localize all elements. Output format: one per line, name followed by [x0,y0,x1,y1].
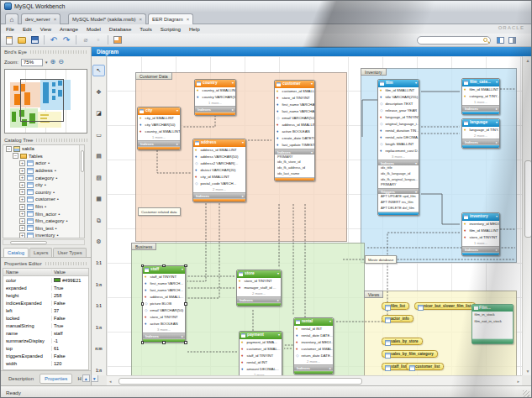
view-nicer_but_slower_film_list[interactable]: nicer_but_slower_film_list [414,302,476,310]
tree-vertical-scrollbar[interactable] [79,145,84,238]
column-description[interactable]: ◇description TEXT [378,101,419,107]
column-postal_code[interactable]: ◇postal_code VARCH... [193,181,245,187]
tree-item-table-country[interactable]: +country• [3,189,84,196]
view-tool[interactable]: ⧉ [92,215,105,227]
property-row-triggersExpanded[interactable]: triggersExpandedFalse [3,352,88,359]
section-arrow-icon[interactable]: ▸ [496,247,498,253]
section-arrow-icon[interactable]: ▸ [496,106,498,112]
undo-button[interactable]: ↶ [49,35,59,45]
table-header[interactable]: payment▾ [240,332,282,339]
column-return_date[interactable]: ◇return_date DATE... [294,353,333,359]
table-header[interactable]: city▾ [138,107,180,115]
menu-view[interactable]: View [40,26,51,32]
column-last_name[interactable]: ♦last_name VARCH... [143,287,185,294]
collapse-arrow-icon[interactable]: ▾ [182,266,183,274]
tree-item-table-inventory[interactable]: +inventory• [3,232,84,238]
table-header[interactable]: inventory▾ [462,213,499,221]
column-address2[interactable]: ◇address2 VARCHAR(... [193,160,245,167]
column-original_language_i...[interactable]: ◇original_language_i... [378,121,419,128]
selection-handle[interactable] [184,264,187,267]
collapse-arrow-icon[interactable]: ▾ [278,332,280,339]
column-language_id[interactable]: ♦language_id TINY... [462,127,499,134]
section-item[interactable]: idx_fk_address_id [275,165,314,171]
table-header[interactable]: customer▾ [275,81,314,88]
column-country[interactable]: ♦country VARCHAR(50) [195,94,235,101]
hand-tool[interactable]: ✥ [92,86,105,98]
history-up-button[interactable]: ▲ [82,374,90,382]
search-input[interactable] [417,36,491,45]
column-customer_id[interactable]: ♦customer_id SMAL... [294,346,333,353]
column-active[interactable]: ♦active BOOLEAN [275,128,314,135]
tree-scrollbar-thumb[interactable] [10,241,47,245]
column-rental_duration[interactable]: ♦rental_duration TIN... [378,128,419,134]
column-amount[interactable]: ♦amount DECIMAL... [240,366,282,373]
collapse-arrow-icon[interactable]: ▾ [415,80,417,87]
menu-tools[interactable]: Tools [140,26,151,32]
table-inventory[interactable]: inventory▾♦inventory_id MEDI...♦film_id … [461,212,500,256]
collapse-arrow-icon[interactable]: ▾ [176,107,178,115]
column-replacement_cost[interactable]: ♦replacement_cost D... [378,148,419,154]
tree-expander-icon[interactable]: − [6,146,12,152]
column-language_id[interactable]: ♦language_id TINYINT [378,114,419,121]
selection-handle[interactable] [141,302,144,305]
table-language[interactable]: language▾♦language_id TINY...2 more...In… [461,118,500,149]
view-film_list[interactable]: film_list [382,302,409,310]
menu-file[interactable]: File [6,26,14,32]
column-country_id[interactable]: ♦country_id SMALLINT [195,87,235,94]
collapse-arrow-icon[interactable]: ▾ [496,213,498,221]
resize-grip[interactable] [523,390,529,397]
table-header[interactable]: rental▾ [294,318,333,326]
tree-expander-icon[interactable]: + [19,225,25,231]
birds-eye-minimap[interactable] [4,69,87,134]
grid-toggle-button[interactable]: ▫ [93,35,103,45]
section-item[interactable]: AFT UPDATE upd_film [378,194,419,200]
column-address_id[interactable]: ♦address_id SMALL... [143,294,185,301]
property-row-name[interactable]: namestaff [3,329,88,337]
diagram-canvas[interactable]: Customer DataInventoryBusinessViews [107,56,522,375]
section-indexes[interactable]: Indexes▾ [275,149,314,154]
table-store[interactable]: store▾♦store_id TINYINT♦manager_staff_id… [236,270,282,306]
column-store_id[interactable]: ♦store_id TINYINT [462,234,499,241]
menu-database[interactable]: Database [109,26,132,32]
column-film_id[interactable]: ♦film_id SMALLINT [462,86,499,93]
tree-expander-icon[interactable]: + [19,211,25,217]
tree-item-table-actor[interactable]: +actor• [3,160,84,167]
section-arrow-icon[interactable]: ▾ [415,160,417,166]
rel-1-n-identifying-tool[interactable]: 1:n [92,322,105,333]
section-indexes[interactable]: Indexes▸ [462,139,499,144]
column-first_name[interactable]: ♦first_name VARCH... [143,280,185,287]
column-customer_id[interactable]: ♦customer_id SMAL... [240,346,282,353]
tree-expander-icon[interactable]: + [19,218,25,224]
rel-1-1-non-identifying-tool[interactable]: 1:1 [92,258,105,270]
column-city[interactable]: ♦city VARCHAR(50) [138,122,180,128]
rel-1-n-existing-tool[interactable]: 1:n [92,364,105,375]
collapse-arrow-icon[interactable]: ▾ [232,80,234,87]
diagram-scrollbar-thumb[interactable] [524,160,532,238]
tree-scrollbar-thumb[interactable] [81,150,84,172]
section-item[interactable]: idx_last_name [275,171,314,177]
zoom-value-input[interactable]: 75% [21,59,43,66]
column-active[interactable]: ♦active BOOLEAN [143,321,185,327]
routine-film_in_stock[interactable]: film_in_stock [472,312,513,318]
diagram-scrollbar-thumb[interactable] [119,378,362,385]
tab-eer-diagram[interactable]: EER Diagram× [148,13,193,24]
tree-item-table-film[interactable]: +film• [3,203,84,211]
tree-expander-icon[interactable]: + [19,196,25,202]
tree-item-table-category[interactable]: +category• [3,174,84,181]
column-title[interactable]: ♦title VARCHAR(255) [378,94,419,101]
column-district[interactable]: ♦district VARCHAR(20) [193,167,245,174]
selection-handle[interactable] [141,341,144,343]
section-arrow-icon[interactable]: ▸ [277,297,279,303]
close-icon[interactable]: × [187,17,190,22]
routine-film_not_in_stock[interactable]: film_not_in_stock [472,318,513,325]
collapse-arrow-icon[interactable]: ▾ [496,79,498,86]
history-down-button[interactable]: ▼ [91,374,98,382]
tree-expander-icon[interactable]: + [19,204,25,210]
section-arrow-icon[interactable]: ▾ [415,189,417,195]
column-address[interactable]: ♦address VARCHAR(50) [193,154,245,160]
scroll-left-icon[interactable]: ◂ [109,379,112,384]
close-icon[interactable]: × [54,17,57,22]
section-indexes[interactable]: Indexes▸ [138,140,180,146]
section-arrow-icon[interactable]: ▸ [182,333,183,339]
section-item[interactable]: PRIMARY [378,182,419,188]
